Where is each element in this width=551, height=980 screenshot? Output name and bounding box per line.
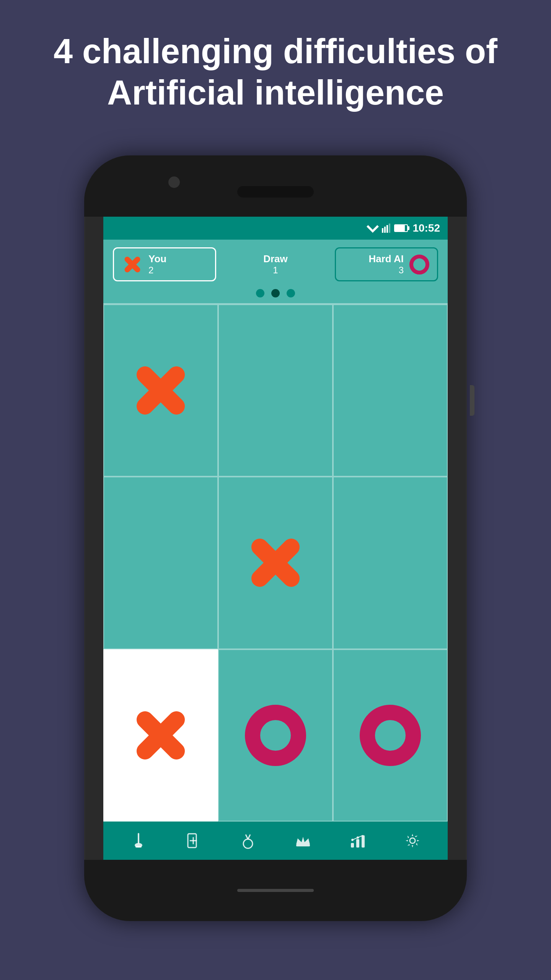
o-mark-2-2	[360, 705, 421, 766]
phone-speaker	[237, 186, 314, 198]
ai-score-info: Hard AI 3	[368, 253, 404, 276]
svg-rect-18	[362, 835, 365, 848]
cell-0-0[interactable]	[103, 304, 218, 477]
nav-gear-icon[interactable]	[404, 832, 421, 849]
svg-rect-15	[296, 844, 310, 846]
dot-3	[287, 289, 295, 297]
cell-2-2[interactable]	[333, 649, 448, 822]
phone-bottom	[84, 860, 467, 921]
cell-0-2[interactable]	[333, 304, 448, 477]
bottom-nav	[103, 822, 448, 860]
o-mark-2-1	[245, 705, 306, 766]
svg-rect-4	[389, 224, 390, 233]
draw-info: Draw 1	[263, 253, 288, 276]
wifi-icon	[367, 224, 379, 233]
svg-point-23	[410, 838, 415, 843]
nav-chart-icon[interactable]	[349, 832, 366, 849]
svg-rect-3	[386, 225, 388, 233]
svg-rect-2	[384, 227, 386, 233]
dot-1	[256, 289, 264, 297]
status-bar: 10:52	[103, 217, 448, 240]
player-score-info: You 2	[148, 253, 166, 276]
x-mark-2-0	[130, 705, 191, 766]
cell-1-1[interactable]	[218, 477, 333, 649]
player-label: You	[148, 253, 166, 265]
cell-0-1[interactable]	[218, 304, 333, 477]
ai-label: Hard AI	[368, 253, 404, 265]
svg-rect-16	[351, 843, 354, 848]
x-mark-0-0	[130, 360, 191, 421]
cell-2-1[interactable]	[218, 649, 333, 822]
cell-2-0[interactable]	[103, 649, 218, 822]
nav-medal-icon[interactable]	[240, 832, 256, 849]
phone-top	[84, 155, 467, 217]
headline-line2: Artificial intelligence	[107, 74, 444, 112]
nav-broom-icon[interactable]	[130, 832, 147, 849]
svg-line-12	[246, 835, 248, 839]
headline-line1: 4 challenging difficulties of	[54, 32, 497, 70]
svg-rect-7	[135, 846, 142, 848]
svg-rect-5	[138, 833, 139, 844]
draw-score-num: 1	[273, 265, 278, 276]
cell-1-0[interactable]	[103, 477, 218, 649]
svg-point-11	[243, 839, 253, 848]
dots-row	[103, 285, 448, 303]
score-panel: You 2 Draw 1 Hard AI 3	[103, 240, 448, 285]
phone-camera	[168, 176, 180, 188]
svg-rect-1	[382, 228, 383, 233]
svg-rect-17	[356, 839, 359, 848]
game-grid[interactable]	[103, 303, 448, 822]
signal-icon	[382, 224, 391, 233]
dot-2	[271, 289, 280, 297]
svg-marker-0	[367, 225, 379, 233]
phone-home-bar	[237, 889, 314, 892]
phone-screen: 10:52 You 2 Draw 1	[103, 217, 448, 860]
x-mark-1-1	[245, 532, 306, 593]
draw-label: Draw	[263, 253, 288, 265]
status-icons	[367, 224, 408, 233]
player-score-num: 2	[148, 265, 166, 276]
ai-score-box: Hard AI 3	[335, 247, 438, 281]
phone-wrapper: 10:52 You 2 Draw 1	[65, 136, 486, 940]
o-icon-small	[409, 255, 429, 274]
ai-score-num: 3	[368, 265, 404, 276]
status-time: 10:52	[412, 222, 440, 234]
x-icon-small	[122, 254, 143, 275]
battery-icon	[394, 224, 408, 232]
svg-line-13	[248, 835, 250, 839]
headline: 4 challenging difficulties of Artificial…	[15, 0, 536, 136]
nav-crown-icon[interactable]	[295, 832, 311, 849]
nav-file-plus-icon[interactable]	[185, 832, 202, 849]
phone-shell: 10:52 You 2 Draw 1	[84, 155, 467, 921]
cell-1-2[interactable]	[333, 477, 448, 649]
svg-marker-14	[296, 837, 310, 844]
player-score-box: You 2	[113, 247, 216, 281]
side-button-right	[470, 385, 474, 416]
